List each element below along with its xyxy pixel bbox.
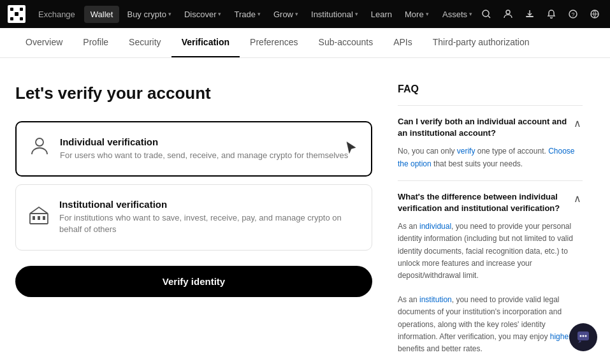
faq-toggle-icon-1: ∧: [572, 117, 583, 129]
bell-icon: [546, 9, 556, 19]
verify-identity-button[interactable]: Verify identity: [15, 266, 372, 297]
user-button[interactable]: [500, 6, 516, 22]
faq-answer-2: As an individual, you need to provide yo…: [398, 221, 583, 355]
faq-question-1: Can I verify both an individual account …: [398, 116, 567, 139]
faq-item-1: Can I verify both an individual account …: [398, 105, 583, 180]
globe-icon: [590, 9, 600, 19]
institution-icon: [29, 205, 49, 229]
subnav-verification[interactable]: Verification: [171, 28, 240, 57]
faq-toggle-icon-2: ∧: [572, 193, 583, 205]
nav-institutional[interactable]: Institutional ▾: [306, 6, 363, 23]
logo[interactable]: [8, 5, 25, 23]
faq-panel: FAQ Can I verify both an individual acco…: [398, 84, 583, 364]
nav-learn[interactable]: Learn: [366, 6, 397, 23]
subnav-preferences[interactable]: Preferences: [240, 28, 308, 57]
subnav-profile[interactable]: Profile: [73, 28, 119, 57]
cursor-icon: [344, 140, 358, 157]
institutional-card-body: Institutional verification For instituti…: [59, 199, 359, 235]
person-icon: [29, 136, 50, 161]
svg-rect-11: [38, 216, 40, 220]
top-navigation: Exchange Wallet Buy crypto ▾ Discover ▾ …: [0, 0, 610, 28]
svg-point-16: [585, 335, 587, 337]
logo-icon: [8, 5, 25, 23]
individual-card-title: Individual verification: [60, 136, 348, 147]
svg-rect-3: [526, 16, 534, 17]
nav-grow[interactable]: Grow ▾: [268, 6, 303, 23]
faq-title: FAQ: [398, 84, 583, 95]
svg-point-15: [583, 335, 585, 337]
svg-point-2: [506, 10, 510, 14]
chevron-down-icon: ▾: [168, 11, 171, 17]
faq-highlight-individual: individual: [419, 222, 451, 231]
assets-button[interactable]: Assets ▾: [442, 10, 472, 19]
chevron-down-icon: ▾: [426, 11, 429, 17]
chat-icon: [576, 330, 590, 344]
individual-card-desc: For users who want to trade, send, recei…: [60, 150, 348, 161]
svg-rect-10: [33, 216, 35, 220]
subnav-overview[interactable]: Overview: [15, 28, 73, 57]
faq-link-choose: Choose the option: [398, 147, 575, 168]
faq-question-2: What's the difference between individual…: [398, 191, 567, 214]
subnav-sub-accounts[interactable]: Sub-accounts: [309, 28, 384, 57]
nav-buy-crypto[interactable]: Buy crypto ▾: [122, 6, 176, 23]
user-icon: [503, 9, 513, 19]
individual-verification-card[interactable]: Individual verification For users who wa…: [15, 121, 372, 177]
search-button[interactable]: [479, 6, 494, 22]
svg-point-8: [36, 138, 43, 146]
topnav-right: Assets ▾: [442, 6, 602, 22]
svg-point-0: [483, 10, 489, 17]
chevron-down-icon: ▾: [355, 11, 358, 17]
institutional-verification-card[interactable]: Institutional verification For instituti…: [15, 184, 372, 250]
institutional-card-title: Institutional verification: [59, 199, 359, 210]
svg-point-14: [580, 335, 582, 337]
bell-button[interactable]: [544, 6, 559, 22]
svg-line-1: [488, 16, 490, 18]
institutional-card-desc: For institutions who want to save, inves…: [59, 212, 359, 235]
chevron-down-icon: ▾: [295, 11, 298, 17]
faq-highlight-higher: higher: [550, 332, 571, 341]
search-icon: [481, 9, 491, 19]
download-icon: [525, 9, 535, 19]
download-button[interactable]: [522, 6, 537, 22]
individual-card-body: Individual verification For users who wa…: [60, 136, 348, 161]
page-title: Let's verify your account: [15, 84, 372, 103]
help-button[interactable]: ?: [565, 6, 581, 22]
faq-question-row-1[interactable]: Can I verify both an individual account …: [398, 116, 583, 139]
subnav-security[interactable]: Security: [119, 28, 171, 57]
tab-wallet[interactable]: Wallet: [84, 6, 120, 23]
faq-highlight-institution: institution: [419, 295, 452, 304]
chevron-down-icon: ▾: [258, 11, 261, 17]
chevron-down-icon: ▾: [469, 11, 472, 17]
globe-button[interactable]: [587, 6, 602, 22]
tab-exchange[interactable]: Exchange: [32, 6, 82, 23]
nav-discover[interactable]: Discover ▾: [179, 6, 227, 23]
help-icon: ?: [568, 9, 578, 19]
nav-trade[interactable]: Trade ▾: [229, 6, 265, 23]
faq-question-row-2[interactable]: What's the difference between individual…: [398, 191, 583, 214]
nav-more[interactable]: More ▾: [400, 6, 434, 23]
faq-answer-1: No, you can only verify one type of acco…: [398, 145, 583, 170]
main-content: Let's verify your account Individual ver…: [0, 58, 610, 364]
sub-navigation: Overview Profile Security Verification P…: [0, 28, 610, 58]
faq-link-verify: verify: [457, 147, 476, 156]
faq-item-2: What's the difference between individual…: [398, 180, 583, 364]
subnav-third-party[interactable]: Third-party authorization: [423, 28, 540, 57]
subnav-apis[interactable]: APIs: [383, 28, 423, 57]
chevron-down-icon: ▾: [218, 11, 221, 17]
svg-text:?: ?: [571, 11, 574, 18]
svg-rect-12: [43, 216, 45, 220]
chat-button[interactable]: [569, 323, 597, 351]
left-panel: Let's verify your account Individual ver…: [15, 84, 372, 364]
